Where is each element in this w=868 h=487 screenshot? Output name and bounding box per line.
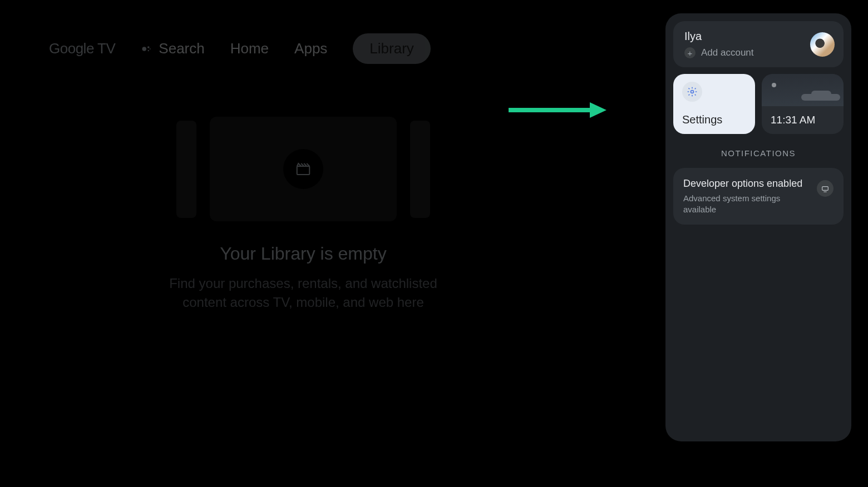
svg-point-2 [148,49,149,51]
weather-sky [762,74,844,106]
account-name: Ilya [684,30,754,43]
nav-library-label: Library [369,40,413,57]
svg-point-5 [691,91,694,93]
add-account-button[interactable]: + Add account [684,47,754,58]
weather-time-tile[interactable]: 11:31 AM [762,74,844,134]
clock-time: 11:31 AM [771,114,835,126]
account-card[interactable]: Ilya + Add account [673,21,844,67]
placeholder-card-left [176,121,196,218]
nav-apps[interactable]: Apps [294,40,327,57]
quick-tile-row: Settings 11:31 AM [673,74,844,134]
svg-rect-4 [297,166,310,175]
nav-home-label: Home [230,40,269,57]
avatar[interactable] [810,32,835,57]
nav-library[interactable]: Library [353,33,430,64]
notifications-header: NOTIFICATIONS [673,148,844,158]
nav-apps-label: Apps [294,40,327,57]
nav-search[interactable]: Search [141,40,204,57]
notification-card[interactable]: Developer options enabled Advanced syste… [673,168,844,225]
placeholder-card-right [410,121,430,218]
moon-icon [772,83,776,87]
placeholder-card-row [176,117,430,221]
empty-library-title: Your Library is empty [220,244,386,264]
placeholder-card-main [210,117,397,221]
assistant-icon [141,43,152,54]
notification-title: Developer options enabled [683,178,810,190]
empty-library-subtitle: Find your purchases, rentals, and watchl… [159,274,448,311]
top-nav: Google TV Search Home Apps Library [49,33,431,64]
svg-point-1 [147,46,150,48]
dev-options-icon [817,180,834,197]
notification-subtitle: Advanced system settings available [683,193,810,215]
settings-tile[interactable]: Settings [673,74,755,134]
nav-home[interactable]: Home [230,40,269,57]
settings-label: Settings [682,113,746,126]
nav-search-label: Search [159,40,204,57]
svg-point-0 [142,47,147,51]
quick-settings-panel: Ilya + Add account Settings 11:31 [665,13,851,441]
cloud-icon [801,94,840,101]
library-empty-state: Your Library is empty Find your purchase… [0,117,606,311]
svg-marker-8 [590,102,606,118]
clapperboard-icon [283,149,323,189]
svg-point-3 [150,48,151,49]
svg-rect-6 [822,187,828,191]
add-account-label: Add account [701,47,754,58]
plus-icon: + [684,47,696,58]
gear-icon [682,82,702,102]
google-tv-logo: Google TV [49,40,115,57]
